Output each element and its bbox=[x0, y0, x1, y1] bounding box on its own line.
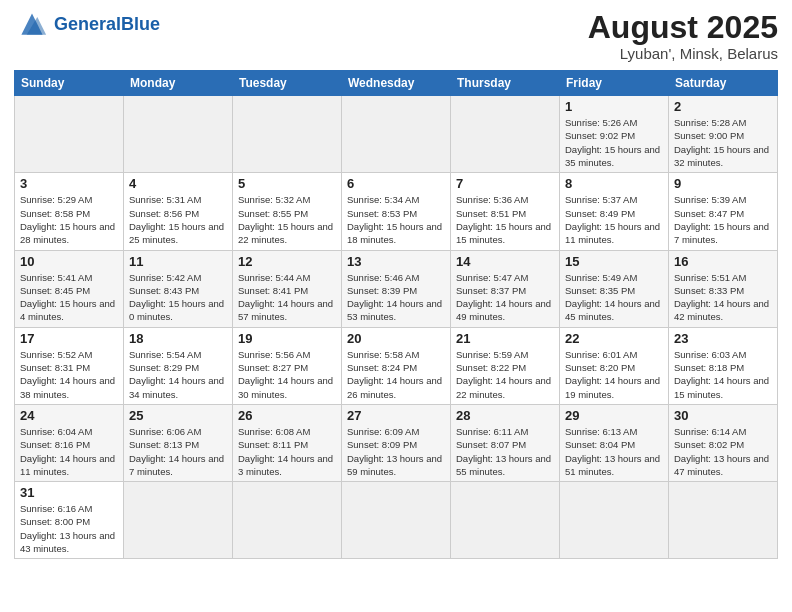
calendar-cell: 19Sunrise: 5:56 AM Sunset: 8:27 PM Dayli… bbox=[233, 327, 342, 404]
day-info: Sunrise: 5:41 AM Sunset: 8:45 PM Dayligh… bbox=[20, 271, 118, 324]
day-number: 9 bbox=[674, 176, 772, 191]
day-number: 20 bbox=[347, 331, 445, 346]
day-info: Sunrise: 5:46 AM Sunset: 8:39 PM Dayligh… bbox=[347, 271, 445, 324]
calendar-cell: 4Sunrise: 5:31 AM Sunset: 8:56 PM Daylig… bbox=[124, 173, 233, 250]
day-number: 12 bbox=[238, 254, 336, 269]
day-number: 1 bbox=[565, 99, 663, 114]
calendar-cell: 1Sunrise: 5:26 AM Sunset: 9:02 PM Daylig… bbox=[560, 96, 669, 173]
calendar-row: 10Sunrise: 5:41 AM Sunset: 8:45 PM Dayli… bbox=[15, 250, 778, 327]
day-info: Sunrise: 5:47 AM Sunset: 8:37 PM Dayligh… bbox=[456, 271, 554, 324]
day-info: Sunrise: 6:03 AM Sunset: 8:18 PM Dayligh… bbox=[674, 348, 772, 401]
calendar-row: 24Sunrise: 6:04 AM Sunset: 8:16 PM Dayli… bbox=[15, 404, 778, 481]
col-thursday: Thursday bbox=[451, 71, 560, 96]
day-info: Sunrise: 5:26 AM Sunset: 9:02 PM Dayligh… bbox=[565, 116, 663, 169]
day-number: 8 bbox=[565, 176, 663, 191]
calendar-row: 17Sunrise: 5:52 AM Sunset: 8:31 PM Dayli… bbox=[15, 327, 778, 404]
day-info: Sunrise: 5:31 AM Sunset: 8:56 PM Dayligh… bbox=[129, 193, 227, 246]
day-number: 4 bbox=[129, 176, 227, 191]
calendar-cell: 6Sunrise: 5:34 AM Sunset: 8:53 PM Daylig… bbox=[342, 173, 451, 250]
day-number: 15 bbox=[565, 254, 663, 269]
day-info: Sunrise: 5:39 AM Sunset: 8:47 PM Dayligh… bbox=[674, 193, 772, 246]
day-info: Sunrise: 5:56 AM Sunset: 8:27 PM Dayligh… bbox=[238, 348, 336, 401]
day-info: Sunrise: 5:44 AM Sunset: 8:41 PM Dayligh… bbox=[238, 271, 336, 324]
day-number: 31 bbox=[20, 485, 118, 500]
calendar-cell: 17Sunrise: 5:52 AM Sunset: 8:31 PM Dayli… bbox=[15, 327, 124, 404]
calendar-cell: 27Sunrise: 6:09 AM Sunset: 8:09 PM Dayli… bbox=[342, 404, 451, 481]
day-number: 18 bbox=[129, 331, 227, 346]
day-info: Sunrise: 6:06 AM Sunset: 8:13 PM Dayligh… bbox=[129, 425, 227, 478]
calendar-cell: 31Sunrise: 6:16 AM Sunset: 8:00 PM Dayli… bbox=[15, 482, 124, 559]
calendar-cell bbox=[451, 96, 560, 173]
logo-general: General bbox=[54, 14, 121, 34]
calendar-cell: 18Sunrise: 5:54 AM Sunset: 8:29 PM Dayli… bbox=[124, 327, 233, 404]
day-info: Sunrise: 6:01 AM Sunset: 8:20 PM Dayligh… bbox=[565, 348, 663, 401]
header: GeneralBlue August 2025 Lyuban', Minsk, … bbox=[14, 10, 778, 62]
calendar-cell: 3Sunrise: 5:29 AM Sunset: 8:58 PM Daylig… bbox=[15, 173, 124, 250]
calendar-cell bbox=[233, 482, 342, 559]
day-info: Sunrise: 5:51 AM Sunset: 8:33 PM Dayligh… bbox=[674, 271, 772, 324]
calendar-cell: 25Sunrise: 6:06 AM Sunset: 8:13 PM Dayli… bbox=[124, 404, 233, 481]
calendar-cell: 28Sunrise: 6:11 AM Sunset: 8:07 PM Dayli… bbox=[451, 404, 560, 481]
calendar-cell bbox=[560, 482, 669, 559]
col-monday: Monday bbox=[124, 71, 233, 96]
page-title: August 2025 bbox=[588, 10, 778, 45]
calendar-cell: 30Sunrise: 6:14 AM Sunset: 8:02 PM Dayli… bbox=[669, 404, 778, 481]
day-info: Sunrise: 6:08 AM Sunset: 8:11 PM Dayligh… bbox=[238, 425, 336, 478]
calendar-cell bbox=[451, 482, 560, 559]
calendar-cell: 12Sunrise: 5:44 AM Sunset: 8:41 PM Dayli… bbox=[233, 250, 342, 327]
day-number: 28 bbox=[456, 408, 554, 423]
day-number: 14 bbox=[456, 254, 554, 269]
calendar-header-row: Sunday Monday Tuesday Wednesday Thursday… bbox=[15, 71, 778, 96]
page-subtitle: Lyuban', Minsk, Belarus bbox=[588, 45, 778, 62]
calendar-cell bbox=[124, 482, 233, 559]
calendar-row: 1Sunrise: 5:26 AM Sunset: 9:02 PM Daylig… bbox=[15, 96, 778, 173]
day-info: Sunrise: 6:14 AM Sunset: 8:02 PM Dayligh… bbox=[674, 425, 772, 478]
calendar-cell bbox=[15, 96, 124, 173]
day-number: 10 bbox=[20, 254, 118, 269]
calendar-cell: 10Sunrise: 5:41 AM Sunset: 8:45 PM Dayli… bbox=[15, 250, 124, 327]
day-info: Sunrise: 5:49 AM Sunset: 8:35 PM Dayligh… bbox=[565, 271, 663, 324]
day-number: 26 bbox=[238, 408, 336, 423]
logo-text: GeneralBlue bbox=[54, 15, 160, 35]
col-tuesday: Tuesday bbox=[233, 71, 342, 96]
day-info: Sunrise: 5:32 AM Sunset: 8:55 PM Dayligh… bbox=[238, 193, 336, 246]
calendar-cell: 8Sunrise: 5:37 AM Sunset: 8:49 PM Daylig… bbox=[560, 173, 669, 250]
calendar-cell: 22Sunrise: 6:01 AM Sunset: 8:20 PM Dayli… bbox=[560, 327, 669, 404]
calendar-cell: 5Sunrise: 5:32 AM Sunset: 8:55 PM Daylig… bbox=[233, 173, 342, 250]
calendar-cell: 23Sunrise: 6:03 AM Sunset: 8:18 PM Dayli… bbox=[669, 327, 778, 404]
col-friday: Friday bbox=[560, 71, 669, 96]
day-number: 29 bbox=[565, 408, 663, 423]
calendar-cell: 11Sunrise: 5:42 AM Sunset: 8:43 PM Dayli… bbox=[124, 250, 233, 327]
day-info: Sunrise: 5:52 AM Sunset: 8:31 PM Dayligh… bbox=[20, 348, 118, 401]
calendar-cell: 7Sunrise: 5:36 AM Sunset: 8:51 PM Daylig… bbox=[451, 173, 560, 250]
day-number: 23 bbox=[674, 331, 772, 346]
day-info: Sunrise: 5:54 AM Sunset: 8:29 PM Dayligh… bbox=[129, 348, 227, 401]
col-saturday: Saturday bbox=[669, 71, 778, 96]
logo-icon bbox=[14, 10, 50, 40]
day-info: Sunrise: 5:34 AM Sunset: 8:53 PM Dayligh… bbox=[347, 193, 445, 246]
day-number: 16 bbox=[674, 254, 772, 269]
day-info: Sunrise: 5:36 AM Sunset: 8:51 PM Dayligh… bbox=[456, 193, 554, 246]
day-info: Sunrise: 6:04 AM Sunset: 8:16 PM Dayligh… bbox=[20, 425, 118, 478]
calendar-cell: 26Sunrise: 6:08 AM Sunset: 8:11 PM Dayli… bbox=[233, 404, 342, 481]
calendar-cell: 13Sunrise: 5:46 AM Sunset: 8:39 PM Dayli… bbox=[342, 250, 451, 327]
logo-blue: Blue bbox=[121, 14, 160, 34]
calendar-cell: 24Sunrise: 6:04 AM Sunset: 8:16 PM Dayli… bbox=[15, 404, 124, 481]
calendar-cell bbox=[342, 96, 451, 173]
day-info: Sunrise: 5:58 AM Sunset: 8:24 PM Dayligh… bbox=[347, 348, 445, 401]
calendar-cell bbox=[669, 482, 778, 559]
day-info: Sunrise: 6:13 AM Sunset: 8:04 PM Dayligh… bbox=[565, 425, 663, 478]
day-number: 5 bbox=[238, 176, 336, 191]
day-number: 2 bbox=[674, 99, 772, 114]
calendar-cell: 16Sunrise: 5:51 AM Sunset: 8:33 PM Dayli… bbox=[669, 250, 778, 327]
calendar-cell: 2Sunrise: 5:28 AM Sunset: 9:00 PM Daylig… bbox=[669, 96, 778, 173]
title-block: August 2025 Lyuban', Minsk, Belarus bbox=[588, 10, 778, 62]
calendar-cell: 15Sunrise: 5:49 AM Sunset: 8:35 PM Dayli… bbox=[560, 250, 669, 327]
day-number: 13 bbox=[347, 254, 445, 269]
day-info: Sunrise: 5:29 AM Sunset: 8:58 PM Dayligh… bbox=[20, 193, 118, 246]
day-info: Sunrise: 5:59 AM Sunset: 8:22 PM Dayligh… bbox=[456, 348, 554, 401]
day-info: Sunrise: 5:37 AM Sunset: 8:49 PM Dayligh… bbox=[565, 193, 663, 246]
calendar-cell: 9Sunrise: 5:39 AM Sunset: 8:47 PM Daylig… bbox=[669, 173, 778, 250]
day-number: 7 bbox=[456, 176, 554, 191]
calendar-cell bbox=[233, 96, 342, 173]
